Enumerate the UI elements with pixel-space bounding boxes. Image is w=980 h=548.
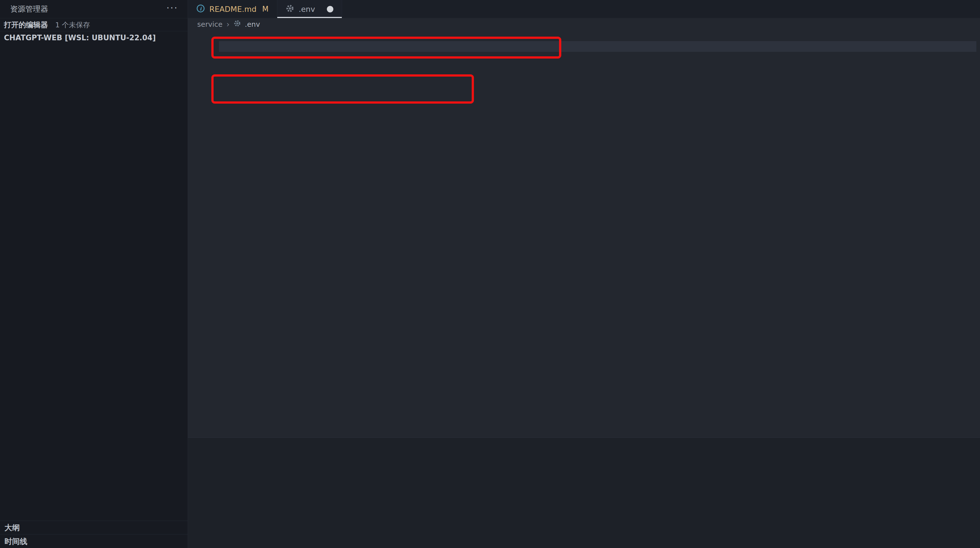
vscode-window: 资源管理器 ··· 打开的编辑器 1 个未保存 CHATGPT-WEB [WSL… [0,0,980,548]
explorer-title: 资源管理器 [10,4,48,14]
tab-readme[interactable]: i README.md M [188,0,277,18]
svg-text:i: i [200,6,202,11]
timeline-label: 时间线 [5,537,27,546]
breadcrumb: service › .env [188,18,980,30]
explorer-sidebar: 资源管理器 ··· 打开的编辑器 1 个未保存 CHATGPT-WEB [WSL… [0,0,188,548]
code-editor[interactable] [188,30,980,437]
gear-icon [234,20,241,29]
open-editors-section[interactable]: 打开的编辑器 1 个未保存 [0,18,188,31]
breadcrumb-folder[interactable]: service [197,20,223,29]
editor-tabbar: i README.md M .env [188,0,980,18]
project-root-section[interactable]: CHATGPT-WEB [WSL: UBUNTU-22.04] [0,31,188,44]
timeline-section[interactable]: 时间线 [0,534,188,548]
explorer-header: 资源管理器 ··· [0,0,188,18]
tab-env-label: .env [299,5,315,14]
info-icon: i [196,4,205,14]
project-root-label: CHATGPT-WEB [WSL: UBUNTU-22.04] [4,33,156,42]
tab-readme-label: README.md [209,5,256,14]
gear-icon [286,4,294,14]
tab-env[interactable]: .env [277,0,342,18]
annotation-red-box-2 [211,74,474,104]
current-line-highlight [219,41,976,52]
unsaved-count-badge: 1 个未保存 [55,20,90,30]
git-modified-badge: M [262,5,268,13]
bottom-panel [188,437,980,548]
unsaved-dot-icon[interactable] [327,6,333,13]
more-actions-icon[interactable]: ··· [167,2,178,14]
chevron-right-icon: › [226,20,230,29]
outline-section[interactable]: 大纲 [0,521,188,534]
panel-tabbar [188,438,980,455]
outline-label: 大纲 [5,523,20,533]
breadcrumb-file[interactable]: .env [245,20,260,29]
open-editors-label: 打开的编辑器 [4,20,48,30]
